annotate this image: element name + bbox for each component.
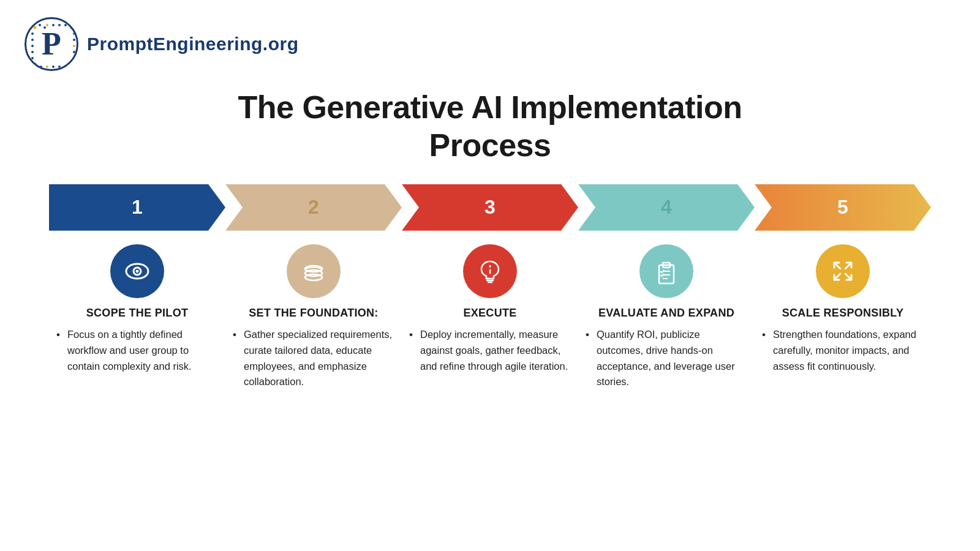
svg-point-1 (39, 24, 41, 26)
step-col-4: EVALUATE AND EXPAND Quantify ROI, public… (578, 244, 755, 392)
evaluate-icon-circle (639, 244, 693, 298)
eye-icon (123, 257, 152, 286)
svg-point-19 (73, 32, 75, 35)
step-1-title: SCOPE THE PILOT (86, 307, 189, 320)
svg-point-0 (34, 26, 37, 29)
svg-point-9 (40, 66, 42, 68)
svg-point-11 (52, 66, 55, 68)
svg-point-2 (43, 26, 46, 29)
step-5-body: Strengthen foundations, expand carefully… (762, 327, 924, 377)
page-title: The Generative AI Implementation Process (238, 88, 742, 165)
svg-point-15 (73, 57, 75, 59)
svg-point-20 (70, 26, 74, 29)
step-1-body: Focus on a tightly defined workflow and … (56, 327, 218, 377)
step-col-2: SET THE FOUNDATION: Gather specialized r… (225, 244, 402, 392)
icons-row: SCOPE THE PILOT Focus on a tightly defin… (49, 244, 931, 392)
svg-point-17 (73, 45, 75, 47)
expand-icon (828, 257, 858, 286)
svg-point-18 (73, 39, 75, 41)
clipboard-icon (652, 257, 681, 286)
step-col-5: SCALE RESPONSIBLY Strengthen foundations… (755, 244, 931, 392)
step-arrow-4: 4 (578, 184, 755, 231)
logo-circle: P (24, 17, 78, 71)
logo-dots-svg (26, 19, 78, 71)
scope-pilot-icon-circle (110, 244, 164, 298)
layers-icon (299, 257, 328, 286)
header: P PromptEngineering.org (0, 0, 980, 77)
step-arrow-5: 5 (755, 184, 931, 231)
svg-point-3 (31, 32, 34, 35)
svg-point-10 (46, 66, 48, 68)
step-5-title: SCALE RESPONSIBLY (782, 307, 903, 320)
step-3-title: EXECUTE (463, 307, 516, 320)
step-arrow-1: 1 (49, 184, 225, 231)
svg-point-8 (34, 63, 37, 66)
svg-point-13 (64, 66, 67, 68)
steps-bar: 1 2 3 4 5 (49, 184, 931, 231)
page: P PromptEngineering.org The Generative A… (0, 0, 980, 551)
svg-point-21 (64, 24, 67, 26)
svg-point-22 (58, 24, 61, 26)
svg-point-5 (31, 45, 34, 47)
svg-point-6 (31, 51, 34, 53)
svg-point-27 (136, 269, 139, 272)
step-arrow-3: 3 (402, 184, 578, 231)
svg-point-4 (31, 39, 34, 41)
step-3-body: Deploy incrementally, measure against go… (409, 327, 571, 377)
step-arrow-2: 2 (225, 184, 402, 231)
step-2-body: Gather specialized requirements, curate … (233, 327, 394, 392)
svg-point-16 (73, 51, 75, 53)
step-col-3: EXECUTE Deploy incrementally, measure ag… (402, 244, 578, 392)
step-4-title: EVALUATE AND EXPAND (598, 307, 734, 320)
scale-icon-circle (816, 244, 870, 298)
svg-point-14 (70, 63, 74, 66)
svg-point-24 (46, 24, 48, 26)
logo-text: PromptEngineering.org (87, 34, 299, 54)
step-4-body: Quantify ROI, publicize outcomes, drive … (586, 327, 747, 392)
svg-point-7 (31, 57, 34, 59)
step-2-title: SET THE FOUNDATION: (249, 307, 378, 320)
execute-icon-circle (463, 244, 517, 298)
step-col-1: SCOPE THE PILOT Focus on a tightly defin… (49, 244, 225, 392)
svg-point-23 (52, 24, 55, 26)
foundation-icon-circle (287, 244, 341, 298)
svg-point-12 (58, 66, 61, 68)
bulb-icon (475, 257, 505, 286)
